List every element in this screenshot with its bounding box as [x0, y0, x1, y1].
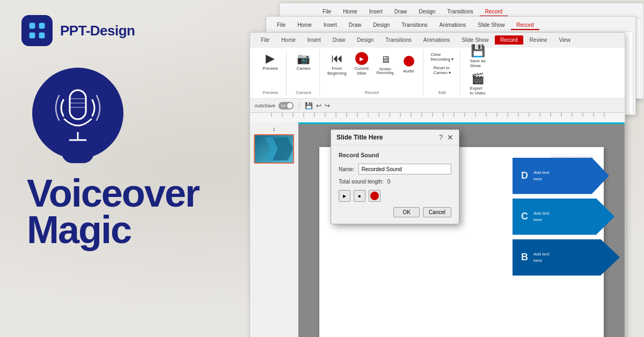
tab-draw[interactable]: Draw: [389, 8, 412, 17]
tab-home-front[interactable]: Home: [276, 35, 301, 45]
btn-export-video-front[interactable]: 🎬 Exportto Video: [468, 71, 488, 97]
tab-record-front[interactable]: Record: [495, 35, 523, 45]
dialog-close-btn[interactable]: ✕: [447, 133, 453, 142]
dialog-name-input[interactable]: [358, 164, 451, 174]
tab-home[interactable]: Home: [338, 8, 363, 17]
dialog-name-field: Name:: [339, 164, 451, 174]
dialog-window-controls: ? ✕: [439, 133, 453, 142]
dialog-playback-controls: ▶ ■: [339, 190, 451, 202]
tab-home-mid[interactable]: Home: [292, 21, 317, 30]
btn-clear-front[interactable]: ClearRecording ▾: [429, 51, 456, 63]
group-export-front: 💾 Save asShow 🎬 Exportto Video Export: [462, 50, 494, 96]
stop-btn[interactable]: ■: [354, 190, 365, 202]
slide-number: 1: [273, 127, 275, 132]
btn-cameo-front[interactable]: 📷 Cameo: [294, 51, 313, 72]
slide-panel: 1: [250, 122, 298, 337]
svg-rect-2: [30, 33, 35, 39]
tab-file[interactable]: File: [317, 8, 336, 17]
curr-slide-icon-front: ▶: [355, 52, 368, 65]
ribbon-front-tabs: File Home Insert Draw Design Transitions…: [255, 35, 576, 45]
tab-design-mid[interactable]: Design: [368, 21, 395, 30]
mic-illustration: [32, 68, 123, 159]
group-preview-front: ▶ Preview Preview: [254, 50, 287, 96]
cameo-icon-front: 📷: [297, 52, 310, 65]
screen-rec-icon-front: 🖥: [379, 53, 392, 66]
logo-area: PPT-Design: [21, 15, 241, 46]
tab-insert-front[interactable]: Insert: [302, 35, 326, 45]
from-beg-icon-front: ⏮: [331, 52, 343, 65]
tab-file-mid[interactable]: File: [272, 21, 291, 30]
btn-screen-rec-front[interactable]: 🖥 ScreenRecording: [375, 51, 396, 77]
dialog-section-title: Record Sound: [339, 152, 451, 158]
btn-from-beginning-front[interactable]: ⏮ FromBeginning: [325, 51, 349, 77]
play-btn[interactable]: ▶: [339, 190, 350, 202]
group-camera-front: 📷 Cameo Camera: [288, 50, 320, 96]
tab-record-back[interactable]: Record: [480, 8, 508, 17]
svg-rect-5: [70, 90, 86, 119]
tab-design[interactable]: Design: [413, 8, 441, 17]
ribbon-front-body: ▶ Preview Preview 📷 Cameo Camera ⏮ Fro: [250, 48, 625, 99]
dialog-cancel-btn[interactable]: Cancel: [423, 207, 451, 217]
teal-accent-border: [298, 122, 625, 124]
tab-file-front[interactable]: File: [255, 35, 275, 45]
tab-review-front[interactable]: Review: [524, 35, 553, 45]
svg-rect-0: [30, 23, 35, 29]
dialog-titlebar: Slide Title Here ? ✕: [331, 130, 459, 145]
tab-transitions[interactable]: Transitions: [442, 8, 479, 17]
preview-play-icon: ▶: [264, 52, 276, 65]
tab-view-front[interactable]: View: [553, 35, 576, 45]
tab-design-front[interactable]: Design: [352, 35, 379, 45]
svg-rect-3: [39, 33, 45, 39]
svg-rect-11: [250, 113, 625, 122]
btn-reset-front[interactable]: Reset toCameo ▾: [431, 64, 453, 76]
audio-icon-front: [402, 55, 415, 68]
tab-transitions-front[interactable]: Transitions: [380, 35, 417, 45]
dialog-body: Record Sound Name: Total sound length: 0…: [331, 145, 459, 224]
right-panel: File Home Insert Draw Design Transitions…: [247, 0, 644, 337]
save-show-icon-front: 💾: [471, 45, 484, 57]
slide-thumbnail[interactable]: [254, 134, 294, 164]
hero-title: Voiceover Magic: [27, 175, 241, 248]
ribbon-layer-front: File Home Insert Draw Design Transitions…: [250, 32, 625, 337]
toolbar-area: AutoSave Off 💾 ↩ ↪: [250, 99, 625, 113]
ribbon-mid-tabs: File Home Insert Draw Design Transitions…: [272, 21, 539, 30]
arrows-decoration: D Add texthere C Add texthere B Add text…: [513, 158, 620, 276]
group-record-front: ⏮ FromBeginning ▶ CurrentSlide 🖥 ScreenR…: [321, 50, 423, 96]
group-edit-front: ClearRecording ▾ Reset toCameo ▾ Edit: [425, 50, 461, 96]
tab-draw-mid[interactable]: Draw: [343, 21, 367, 30]
tab-transitions-mid[interactable]: Transitions: [396, 21, 433, 30]
record-btn[interactable]: [369, 190, 380, 202]
dialog-sound-length: Total sound length: 0: [339, 179, 451, 185]
dialog-box: Slide Title Here ? ✕ Record Sound Name: …: [331, 129, 459, 224]
tab-insert[interactable]: Insert: [364, 8, 388, 17]
redo-icon[interactable]: ↪: [325, 102, 330, 109]
tab-draw-front[interactable]: Draw: [327, 35, 350, 45]
tab-insert-mid[interactable]: Insert: [318, 21, 342, 30]
quick-save-icon[interactable]: 💾: [305, 102, 313, 109]
brand-name: PPT-Design: [60, 23, 135, 39]
svg-rect-1: [39, 23, 45, 29]
dialog-title: Slide Title Here: [336, 134, 383, 141]
dialog-name-label: Name:: [339, 166, 354, 172]
tab-record-mid[interactable]: Record: [511, 21, 539, 30]
tab-slideshow-mid[interactable]: Slide Show: [472, 21, 510, 30]
left-panel: PPT-Design Voiceover Magic: [0, 0, 263, 337]
btn-audio-front[interactable]: Audio: [399, 51, 419, 77]
tab-animations-mid[interactable]: Animations: [434, 21, 471, 30]
autosave-label: AutoSave: [254, 103, 275, 108]
export-video-icon-front: 🎬: [471, 72, 484, 85]
dialog-help-btn[interactable]: ?: [439, 134, 443, 141]
undo-icon[interactable]: ↩: [316, 102, 321, 109]
btn-curr-slide-front[interactable]: ▶ CurrentSlide: [352, 51, 371, 77]
logo-icon: [21, 15, 53, 46]
btn-preview-front[interactable]: ▶ Preview: [260, 51, 280, 72]
separator: [299, 102, 299, 109]
btn-save-show-front[interactable]: 💾 Save asShow: [468, 43, 488, 69]
ruler: [250, 113, 625, 122]
dialog-actions: OK Cancel: [339, 207, 451, 217]
ribbon-back-tabs: File Home Insert Draw Design Transitions…: [317, 8, 508, 17]
autosave-toggle[interactable]: Off: [279, 102, 294, 109]
tab-animations-front[interactable]: Animations: [418, 35, 455, 45]
dialog-ok-btn[interactable]: OK: [393, 207, 419, 217]
